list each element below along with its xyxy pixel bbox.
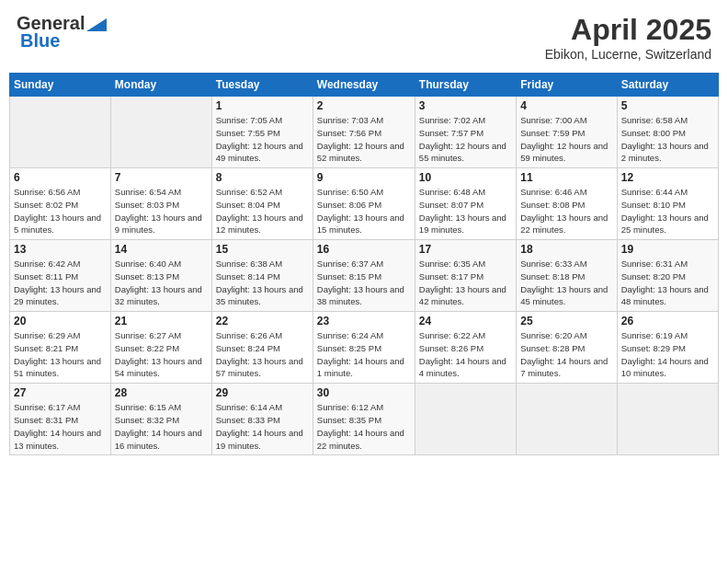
- logo-icon: [86, 18, 107, 31]
- day-number: 6: [14, 171, 107, 184]
- svg-marker-0: [86, 18, 107, 31]
- day-number: 23: [317, 315, 411, 327]
- day-header: Sunday: [10, 74, 111, 97]
- calendar-cell: 25Sunrise: 6:20 AMSunset: 8:28 PMDayligh…: [517, 312, 617, 384]
- day-info: Sunrise: 6:35 AMSunset: 8:17 PMDaylight:…: [419, 258, 512, 308]
- day-number: 3: [419, 99, 512, 112]
- day-info: Sunrise: 6:37 AMSunset: 8:15 PMDaylight:…: [317, 258, 411, 308]
- day-info: Sunrise: 6:12 AMSunset: 8:35 PMDaylight:…: [317, 401, 411, 452]
- day-number: 17: [419, 243, 512, 256]
- location: Ebikon, Lucerne, Switzerland: [545, 47, 711, 62]
- calendar-cell: 29Sunrise: 6:14 AMSunset: 8:33 PMDayligh…: [211, 384, 313, 455]
- day-number: 13: [14, 243, 107, 256]
- calendar-cell: 1Sunrise: 7:05 AMSunset: 7:55 PMDaylight…: [211, 97, 313, 168]
- day-header: Monday: [110, 74, 211, 97]
- day-header: Thursday: [415, 74, 516, 97]
- day-number: 10: [419, 171, 512, 184]
- calendar-cell: 16Sunrise: 6:37 AMSunset: 8:15 PMDayligh…: [313, 240, 415, 312]
- day-info: Sunrise: 6:58 AMSunset: 8:00 PMDaylight:…: [621, 114, 714, 165]
- calendar-cell: 17Sunrise: 6:35 AMSunset: 8:17 PMDayligh…: [415, 240, 516, 312]
- day-info: Sunrise: 6:56 AMSunset: 8:02 PMDaylight:…: [14, 186, 107, 236]
- calendar-week-row: 20Sunrise: 6:29 AMSunset: 8:21 PMDayligh…: [10, 312, 719, 384]
- day-info: Sunrise: 6:44 AMSunset: 8:10 PMDaylight:…: [621, 186, 714, 236]
- calendar-header-row: SundayMondayTuesdayWednesdayThursdayFrid…: [10, 74, 719, 97]
- day-number: 30: [317, 386, 411, 399]
- day-number: 9: [317, 171, 411, 184]
- calendar-cell: [10, 97, 111, 168]
- month-title: April 2025: [545, 13, 711, 47]
- day-info: Sunrise: 6:26 AMSunset: 8:24 PMDaylight:…: [216, 329, 309, 380]
- day-info: Sunrise: 7:02 AMSunset: 7:57 PMDaylight:…: [419, 114, 512, 165]
- day-number: 21: [115, 315, 208, 327]
- day-number: 15: [216, 243, 309, 256]
- day-info: Sunrise: 6:17 AMSunset: 8:31 PMDaylight:…: [14, 401, 107, 452]
- calendar: SundayMondayTuesdayWednesdayThursdayFrid…: [9, 73, 719, 455]
- day-info: Sunrise: 6:20 AMSunset: 8:28 PMDaylight:…: [520, 329, 612, 380]
- calendar-cell: 3Sunrise: 7:02 AMSunset: 7:57 PMDaylight…: [415, 97, 516, 168]
- day-number: 25: [520, 315, 612, 327]
- calendar-cell: 5Sunrise: 6:58 AMSunset: 8:00 PMDaylight…: [617, 97, 718, 168]
- day-number: 28: [115, 386, 208, 399]
- day-header: Tuesday: [211, 74, 313, 97]
- day-info: Sunrise: 6:22 AMSunset: 8:26 PMDaylight:…: [419, 329, 512, 380]
- calendar-cell: 7Sunrise: 6:54 AMSunset: 8:03 PMDaylight…: [110, 168, 211, 240]
- calendar-cell: 2Sunrise: 7:03 AMSunset: 7:56 PMDaylight…: [313, 97, 415, 168]
- day-number: 12: [621, 171, 714, 184]
- day-number: 19: [621, 243, 714, 256]
- calendar-cell: [517, 384, 617, 455]
- calendar-cell: 24Sunrise: 6:22 AMSunset: 8:26 PMDayligh…: [415, 312, 516, 384]
- day-info: Sunrise: 6:52 AMSunset: 8:04 PMDaylight:…: [216, 186, 309, 236]
- calendar-cell: 8Sunrise: 6:52 AMSunset: 8:04 PMDaylight…: [211, 168, 313, 240]
- day-number: 2: [317, 99, 411, 112]
- calendar-week-row: 6Sunrise: 6:56 AMSunset: 8:02 PMDaylight…: [10, 168, 719, 240]
- day-number: 8: [216, 171, 309, 184]
- day-header: Wednesday: [313, 74, 415, 97]
- calendar-cell: 30Sunrise: 6:12 AMSunset: 8:35 PMDayligh…: [313, 384, 415, 455]
- calendar-cell: 9Sunrise: 6:50 AMSunset: 8:06 PMDaylight…: [313, 168, 415, 240]
- day-info: Sunrise: 6:48 AMSunset: 8:07 PMDaylight:…: [419, 186, 512, 236]
- day-info: Sunrise: 6:27 AMSunset: 8:22 PMDaylight:…: [115, 329, 208, 380]
- calendar-cell: 10Sunrise: 6:48 AMSunset: 8:07 PMDayligh…: [415, 168, 516, 240]
- day-info: Sunrise: 6:33 AMSunset: 8:18 PMDaylight:…: [520, 258, 612, 308]
- day-info: Sunrise: 6:42 AMSunset: 8:11 PMDaylight:…: [14, 258, 107, 308]
- day-number: 14: [115, 243, 208, 256]
- day-number: 18: [520, 243, 612, 256]
- calendar-week-row: 1Sunrise: 7:05 AMSunset: 7:55 PMDaylight…: [10, 97, 719, 168]
- calendar-cell: 18Sunrise: 6:33 AMSunset: 8:18 PMDayligh…: [517, 240, 617, 312]
- day-info: Sunrise: 6:24 AMSunset: 8:25 PMDaylight:…: [317, 329, 411, 380]
- day-info: Sunrise: 6:54 AMSunset: 8:03 PMDaylight:…: [115, 186, 208, 236]
- calendar-cell: 21Sunrise: 6:27 AMSunset: 8:22 PMDayligh…: [110, 312, 211, 384]
- day-number: 5: [621, 99, 714, 112]
- day-info: Sunrise: 6:31 AMSunset: 8:20 PMDaylight:…: [621, 258, 714, 308]
- day-number: 11: [520, 171, 612, 184]
- calendar-week-row: 27Sunrise: 6:17 AMSunset: 8:31 PMDayligh…: [10, 384, 719, 455]
- logo: General Blue: [17, 13, 107, 52]
- calendar-cell: 23Sunrise: 6:24 AMSunset: 8:25 PMDayligh…: [313, 312, 415, 384]
- calendar-cell: 14Sunrise: 6:40 AMSunset: 8:13 PMDayligh…: [110, 240, 211, 312]
- day-number: 29: [216, 386, 309, 399]
- calendar-cell: 19Sunrise: 6:31 AMSunset: 8:20 PMDayligh…: [617, 240, 718, 312]
- day-header: Friday: [517, 74, 617, 97]
- calendar-cell: 27Sunrise: 6:17 AMSunset: 8:31 PMDayligh…: [10, 384, 111, 455]
- day-info: Sunrise: 6:14 AMSunset: 8:33 PMDaylight:…: [216, 401, 309, 452]
- calendar-cell: 22Sunrise: 6:26 AMSunset: 8:24 PMDayligh…: [211, 312, 313, 384]
- day-number: 7: [115, 171, 208, 184]
- calendar-cell: 12Sunrise: 6:44 AMSunset: 8:10 PMDayligh…: [617, 168, 718, 240]
- calendar-cell: 6Sunrise: 6:56 AMSunset: 8:02 PMDaylight…: [10, 168, 111, 240]
- calendar-week-row: 13Sunrise: 6:42 AMSunset: 8:11 PMDayligh…: [10, 240, 719, 312]
- day-info: Sunrise: 6:46 AMSunset: 8:08 PMDaylight:…: [520, 186, 612, 236]
- day-info: Sunrise: 6:19 AMSunset: 8:29 PMDaylight:…: [621, 329, 714, 380]
- day-info: Sunrise: 6:40 AMSunset: 8:13 PMDaylight:…: [115, 258, 208, 308]
- day-number: 16: [317, 243, 411, 256]
- day-info: Sunrise: 7:05 AMSunset: 7:55 PMDaylight:…: [216, 114, 309, 165]
- calendar-cell: 11Sunrise: 6:46 AMSunset: 8:08 PMDayligh…: [517, 168, 617, 240]
- title-block: April 2025 Ebikon, Lucerne, Switzerland: [545, 13, 711, 62]
- day-number: 24: [419, 315, 512, 327]
- calendar-cell: 20Sunrise: 6:29 AMSunset: 8:21 PMDayligh…: [10, 312, 111, 384]
- day-info: Sunrise: 7:00 AMSunset: 7:59 PMDaylight:…: [520, 114, 612, 165]
- day-info: Sunrise: 6:50 AMSunset: 8:06 PMDaylight:…: [317, 186, 411, 236]
- calendar-cell: [110, 97, 211, 168]
- day-header: Saturday: [617, 74, 718, 97]
- day-info: Sunrise: 6:15 AMSunset: 8:32 PMDaylight:…: [115, 401, 208, 452]
- day-number: 22: [216, 315, 309, 327]
